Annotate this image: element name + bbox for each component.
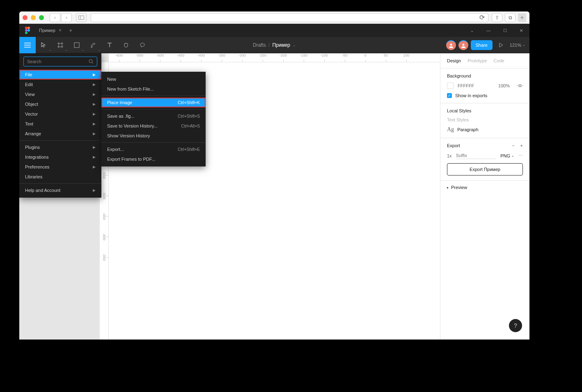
present-button[interactable] xyxy=(495,39,507,51)
file-submenu: NewNew from Sketch File... Place Image C… xyxy=(101,72,206,166)
close-tab-icon[interactable]: × xyxy=(59,27,62,33)
forward-button[interactable]: › xyxy=(61,13,72,22)
export-scale[interactable]: 1x xyxy=(447,153,452,158)
hand-tool[interactable] xyxy=(118,37,134,53)
background-section: Background FFFFFF 100% ✓ Show in exports xyxy=(440,68,529,103)
win-minimize-icon[interactable]: — xyxy=(480,24,497,37)
search-placeholder: Search xyxy=(27,59,41,64)
figma-logo-icon[interactable] xyxy=(21,24,34,37)
traffic-lights xyxy=(23,15,44,20)
menu-item-view[interactable]: View▶ xyxy=(19,89,101,99)
ruler-tick: -400 xyxy=(191,53,211,62)
tabs-button[interactable]: ⧉ xyxy=(505,13,516,22)
ruler-tick: -500 xyxy=(150,53,170,62)
menu-item-arrange[interactable]: Arrange▶ xyxy=(19,129,101,139)
caret-icon: ▸ xyxy=(447,186,449,189)
submenu-item-export-frames-to-pdf-[interactable]: Export Frames to PDF... xyxy=(101,154,206,164)
menu-item-plugins[interactable]: Plugins▶ xyxy=(19,142,101,152)
ruler-tick: -150 xyxy=(293,53,314,62)
nav-buttons: ‹ › xyxy=(50,13,72,22)
color-opacity[interactable]: 100% xyxy=(498,83,510,88)
text-tool[interactable] xyxy=(101,37,118,53)
share-button[interactable]: Share xyxy=(471,40,493,50)
submenu-item-new-from-sketch-file-[interactable]: New from Sketch File... xyxy=(101,84,206,94)
plus-icon[interactable]: + xyxy=(520,143,523,148)
address-bar[interactable]: ⟳ xyxy=(91,13,488,22)
pen-tool[interactable]: ⌄ xyxy=(85,37,101,53)
menu-item-text[interactable]: Text▶ xyxy=(19,119,101,129)
avatar[interactable] xyxy=(458,40,468,50)
ruler-tick: -200 xyxy=(273,53,293,62)
submenu-item-export-[interactable]: Export...Ctrl+Shift+E xyxy=(101,144,206,154)
submenu-item-place-image[interactable]: Place Image Ctrl+Shift+K xyxy=(101,98,206,107)
breadcrumb[interactable]: Drafts / Пример ⌄ xyxy=(253,42,296,48)
text-icon xyxy=(107,42,112,48)
submenu-label: Show Version History xyxy=(107,133,150,138)
menu-item-vector[interactable]: Vector▶ xyxy=(19,109,101,119)
new-document-tab[interactable]: + xyxy=(65,24,76,37)
tab-prototype[interactable]: Prototype xyxy=(467,58,487,63)
color-swatch[interactable] xyxy=(447,82,454,89)
show-exports-label: Show in exports xyxy=(455,93,487,98)
tab-design[interactable]: Design xyxy=(447,58,461,63)
submenu-shortcut: Ctrl+Shift+E xyxy=(178,147,200,152)
submenu-item-save-to-version-history-[interactable]: Save to Version History...Ctrl+Alt+S xyxy=(101,121,206,131)
zoom-control[interactable]: 121%⌄ xyxy=(510,43,525,48)
browser-window: ‹ › ⟳ ⇪ ⧉ + Пример × + ⌄ — xyxy=(19,11,529,340)
toolbar: ⌄ ⌄ ⌄ ⌄ Drafts / Пример ⌄ Share 121%⌄ xyxy=(19,37,529,53)
preview-toggle[interactable]: ▸ Preview xyxy=(440,181,529,194)
menu-item-integrations[interactable]: Integrations▶ xyxy=(19,152,101,162)
show-exports-checkbox[interactable]: ✓ xyxy=(447,93,452,98)
comment-tool[interactable] xyxy=(134,37,151,53)
main-menu-button[interactable] xyxy=(19,37,36,53)
chevron-right-icon: ▶ xyxy=(93,112,96,116)
help-button[interactable]: ? xyxy=(509,319,522,332)
menu-item-libraries[interactable]: Libraries xyxy=(19,172,101,182)
back-button[interactable]: ‹ xyxy=(50,13,60,22)
win-maximize-icon[interactable]: ☐ xyxy=(497,24,513,37)
app-document-tab[interactable]: Пример × xyxy=(34,24,65,37)
export-format-select[interactable]: PNG ⌄ xyxy=(500,153,514,158)
maximize-window-icon[interactable] xyxy=(39,15,44,20)
menu-label: Text xyxy=(25,121,33,126)
close-window-icon[interactable] xyxy=(23,15,27,20)
menu-item-edit[interactable]: Edit▶ xyxy=(19,80,101,89)
move-tool[interactable]: ⌄ xyxy=(36,37,52,53)
chevron-down-icon[interactable]: ⌄ xyxy=(464,24,480,37)
new-tab-button[interactable]: + xyxy=(518,13,526,22)
ruler-tick: -350 xyxy=(100,247,108,267)
menu-search-input[interactable]: Search xyxy=(23,57,97,66)
submenu-item-save-as-fig-[interactable]: Save as .fig...Ctrl+Shift+S xyxy=(101,111,206,121)
export-suffix-input[interactable] xyxy=(456,152,497,159)
main-menu: Search File▶Edit▶View▶Object▶Vector▶Text… xyxy=(19,53,101,198)
export-section: Export − + 1x PNG ⌄ ⋯ xyxy=(440,138,529,181)
share-button[interactable]: ⇪ xyxy=(492,13,502,22)
app-tab-bar: Пример × + ⌄ — ☐ ✕ xyxy=(19,24,529,37)
submenu-label: Save to Version History... xyxy=(107,123,158,128)
menu-divider xyxy=(19,140,101,141)
menu-item-object[interactable]: Object▶ xyxy=(19,99,101,109)
shape-tool[interactable]: ⌄ xyxy=(69,37,85,53)
plus-icon: + xyxy=(520,14,524,21)
submenu-item-show-version-history[interactable]: Show Version History xyxy=(101,131,206,141)
frame-tool[interactable]: ⌄ xyxy=(52,37,69,53)
avatar[interactable] xyxy=(446,40,456,50)
submenu-label: Place Image xyxy=(107,100,132,105)
reload-icon[interactable]: ⟳ xyxy=(479,14,485,21)
minus-icon[interactable]: − xyxy=(512,143,514,148)
visibility-toggle-icon[interactable] xyxy=(517,84,523,88)
paragraph-style[interactable]: Ag Paragraph xyxy=(447,126,523,133)
menu-item-help-and-account[interactable]: Help and Account▶ xyxy=(19,185,101,195)
tab-code[interactable]: Code xyxy=(493,58,504,63)
menu-item-preferences[interactable]: Preferences▶ xyxy=(19,162,101,172)
color-hex[interactable]: FFFFFF xyxy=(458,83,474,88)
submenu-item-new[interactable]: New xyxy=(101,74,206,84)
win-close-icon[interactable]: ✕ xyxy=(513,24,529,37)
minimize-window-icon[interactable] xyxy=(31,15,36,20)
sidebar-toggle-button[interactable] xyxy=(76,13,87,22)
menu-label: Object xyxy=(25,102,38,107)
menu-item-file[interactable]: File▶ xyxy=(19,70,101,80)
chevron-down-icon: ⌄ xyxy=(511,154,514,157)
more-options-icon[interactable]: ⋯ xyxy=(518,153,523,158)
export-button[interactable]: Export Пример xyxy=(447,163,523,175)
